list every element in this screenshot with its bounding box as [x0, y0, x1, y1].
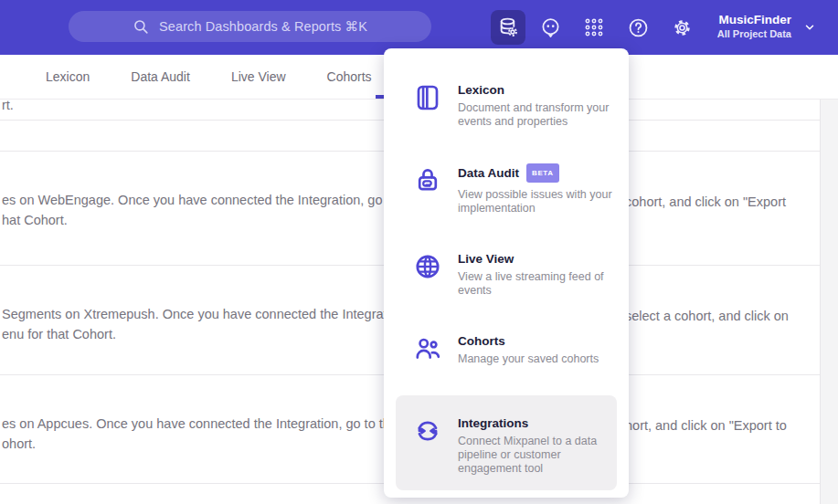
row-text-left-3a: es on Appcues. Once you have connected t…: [2, 414, 412, 434]
row-text-left-3b: ohort.: [2, 434, 36, 454]
menu-item-title: Live View: [458, 252, 622, 267]
search-placeholder: Search Dashboards & Reports ⌘K: [159, 19, 367, 34]
help-icon: [627, 16, 650, 39]
data-audit-lock-icon: [413, 165, 442, 194]
settings-button[interactable]: [664, 10, 699, 45]
beta-badge: BETA: [526, 163, 559, 183]
menu-item-live-view[interactable]: Live View View a live streaming feed of …: [384, 252, 629, 316]
menu-item-description: View a live streaming feed of events: [458, 270, 621, 298]
gear-icon: [671, 16, 694, 39]
row-text-left-2a: Segments on Xtremepush. Once you have co…: [2, 304, 408, 324]
chevron-down-icon[interactable]: [803, 21, 816, 34]
row-text-left-1b: hat Cohort.: [2, 210, 68, 230]
apps-grid-button[interactable]: [577, 10, 611, 45]
menu-item-lexicon[interactable]: Lexicon Document and transform your even…: [384, 83, 629, 147]
menu-item-title-text: Data Audit: [458, 166, 519, 180]
menu-item-title: Integrations: [458, 416, 622, 431]
row-text-right-2: select a cohort, and click on: [625, 306, 789, 326]
integrations-sync-icon: [413, 416, 442, 446]
database-gear-icon: [496, 16, 520, 39]
row-text-left-2b: enu for that Cohort.: [2, 324, 116, 344]
menu-item-title: Data AuditBETA: [458, 165, 622, 184]
chat-smiley-icon: [539, 16, 562, 39]
tab-data-audit[interactable]: Data Audit: [131, 69, 190, 84]
menu-item-description: Document and transform your events and p…: [458, 101, 621, 129]
row-text-right-3: hort, and click on "Export to: [625, 415, 787, 436]
menu-item-title: Cohorts: [458, 334, 622, 349]
menu-item-description: Connect Mixpanel to a data pipeline or c…: [458, 435, 621, 476]
project-name: MusicFinder: [717, 12, 791, 27]
right-scroll-gutter[interactable]: [820, 100, 838, 504]
search-icon: [133, 18, 150, 36]
project-selector[interactable]: MusicFinder All Project Data: [717, 12, 791, 40]
row-text-right-1: cohort, and click on "Export: [625, 192, 786, 212]
menu-item-title: Lexicon: [458, 83, 622, 98]
row-text-left-1a: es on WebEngage. Once you have connected…: [2, 190, 419, 210]
tab-cohorts[interactable]: Cohorts: [327, 69, 372, 84]
top-header: Search Dashboards & Reports ⌘K: [0, 0, 838, 55]
project-subtitle: All Project Data: [717, 27, 791, 40]
help-button[interactable]: [621, 10, 655, 45]
lexicon-book-icon: [413, 83, 442, 112]
menu-item-data-audit[interactable]: Data AuditBETA View possible issues with…: [384, 165, 629, 229]
tab-live-view[interactable]: Live View: [231, 69, 286, 84]
data-management-button[interactable]: [491, 10, 525, 45]
tab-lexicon[interactable]: Lexicon: [46, 69, 90, 84]
menu-item-description: Manage your saved cohorts: [458, 352, 621, 366]
search-input[interactable]: Search Dashboards & Reports ⌘K: [69, 11, 431, 42]
menu-item-cohorts[interactable]: Cohorts Manage your saved cohorts: [384, 334, 629, 384]
feedback-button[interactable]: [533, 10, 568, 45]
grid-dots-icon: [583, 16, 605, 38]
menu-item-integrations[interactable]: Integrations Connect Mixpanel to a data …: [384, 416, 629, 489]
nav-dropdown-menu: Lexicon Document and transform your even…: [384, 48, 629, 498]
cohorts-people-icon: [413, 334, 442, 363]
menu-item-description: View possible issues with your implement…: [458, 188, 621, 215]
live-view-globe-icon: [413, 252, 442, 281]
